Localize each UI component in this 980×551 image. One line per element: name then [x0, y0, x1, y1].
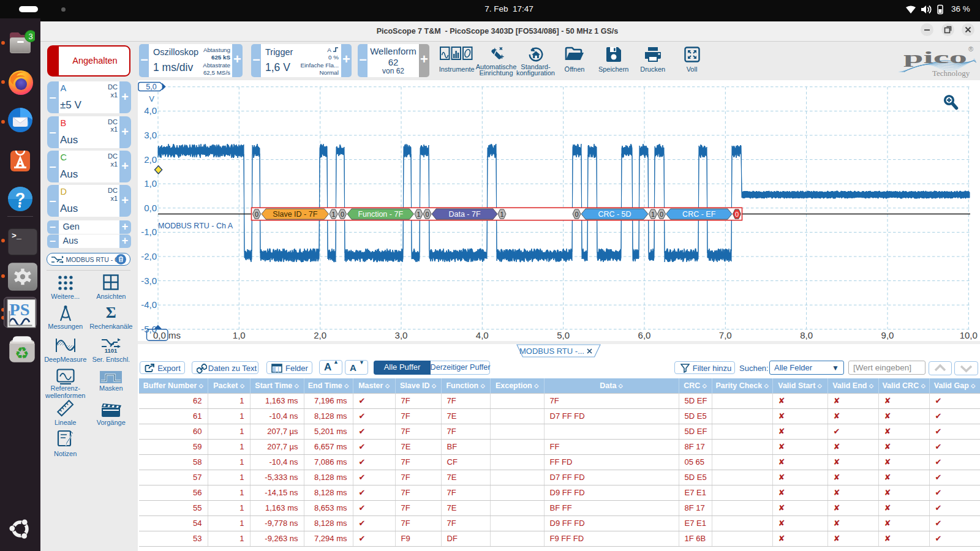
svg-text:-3,0: -3,0: [141, 276, 157, 286]
svg-text:pico: pico: [903, 48, 967, 67]
svg-text:1: 1: [500, 211, 503, 218]
svg-text:6,0: 6,0: [638, 330, 651, 340]
svg-text:1: 1: [417, 211, 420, 218]
svg-text:CRC - 5D: CRC - 5D: [598, 210, 631, 219]
svg-text:3,0: 3,0: [144, 130, 157, 140]
svg-text:1: 1: [331, 211, 335, 218]
svg-text:0: 0: [255, 211, 258, 218]
svg-text:3,0: 3,0: [395, 330, 408, 340]
svg-text:5,0: 5,0: [146, 83, 156, 91]
svg-text:♻: ♻: [15, 344, 29, 362]
svg-text:0,0 ms: 0,0 ms: [153, 330, 181, 340]
svg-text:MODBUS RTU -...: MODBUS RTU -...: [519, 347, 584, 356]
svg-text:0,0: 0,0: [144, 203, 157, 213]
svg-text:>_: >_: [12, 231, 21, 241]
svg-text:9,0: 9,0: [881, 330, 894, 340]
svg-text:1: 1: [651, 211, 655, 218]
svg-text:3: 3: [28, 32, 32, 41]
svg-text:-2,0: -2,0: [141, 251, 157, 261]
svg-text:0: 0: [425, 211, 429, 218]
svg-text:10,0: 10,0: [960, 330, 978, 340]
svg-text:2,0: 2,0: [314, 330, 326, 340]
svg-text:-1,0: -1,0: [141, 227, 157, 237]
svg-text:PS: PS: [9, 300, 29, 319]
svg-text:1101: 1101: [105, 347, 118, 353]
svg-text:0: 0: [575, 211, 578, 218]
svg-text:5,0: 5,0: [557, 330, 570, 340]
svg-text:4,0: 4,0: [476, 330, 489, 340]
svg-text:0: 0: [660, 211, 663, 218]
svg-text:Technology: Technology: [932, 69, 970, 78]
svg-text:0: 0: [341, 211, 344, 218]
svg-text:Data - 7F: Data - 7F: [448, 210, 480, 219]
svg-text:-4,0: -4,0: [141, 299, 157, 310]
svg-text:4,0: 4,0: [144, 105, 157, 116]
svg-text:MODBUS RTU - Ch A: MODBUS RTU - Ch A: [158, 222, 233, 230]
svg-text:0: 0: [735, 211, 739, 218]
svg-text:2,0: 2,0: [144, 154, 157, 165]
svg-text:V: V: [149, 94, 154, 103]
svg-text:1,0: 1,0: [233, 330, 246, 340]
svg-text:Function - 7F: Function - 7F: [358, 210, 403, 219]
svg-text:®: ®: [968, 45, 973, 53]
svg-text:7,0: 7,0: [719, 330, 732, 340]
svg-text:CRC - EF: CRC - EF: [682, 210, 716, 219]
svg-text:8,0: 8,0: [800, 330, 813, 340]
svg-text:1,0: 1,0: [144, 178, 157, 189]
svg-text:Slave ID - 7F: Slave ID - 7F: [273, 210, 317, 219]
